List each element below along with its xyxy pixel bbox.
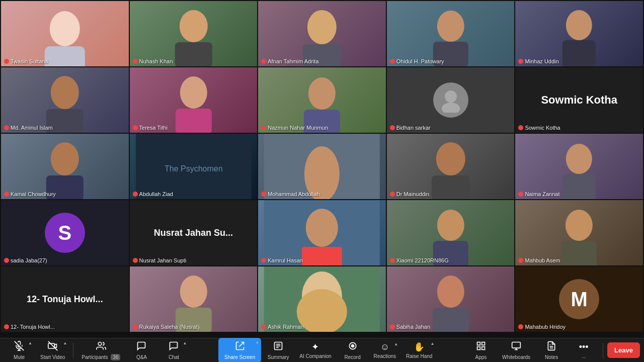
svg-point-12 (180, 76, 207, 109)
ai-companion-button[interactable]: ✦ AI Companion (295, 339, 335, 361)
apps-label: Apps (475, 354, 487, 360)
mic-muted-icon-7 (133, 125, 138, 130)
mic-muted-icon-23 (261, 324, 266, 329)
svg-rect-3 (175, 42, 212, 66)
participants-icon (96, 341, 106, 353)
mute-chevron[interactable]: ▲ (28, 341, 32, 345)
video-grid: Twasin Sultana Nuhash Khan Afnan Tahmim … (0, 0, 644, 338)
participant-cell-25: M Mahabub Hridoy (515, 266, 643, 332)
mic-muted-icon-24 (390, 324, 395, 329)
participant-name-6: Md. Aminul Islam (4, 125, 53, 131)
mute-label: Mute (14, 354, 25, 360)
raise-hand-icon: ✋ (414, 341, 425, 352)
apps-icon (476, 341, 486, 353)
participant-cell-18: Kamrul Hasan (258, 200, 386, 265)
mic-muted-icon-11 (4, 192, 9, 197)
participant-name-23: Ashik Rahman (261, 324, 304, 330)
raise-hand-button[interactable]: ▲ ✋ Raise Hand (402, 339, 436, 361)
svg-point-29 (306, 209, 338, 247)
mic-muted-icon-3 (261, 59, 266, 64)
participant-name-11: Kamal Chowdhury (4, 191, 56, 197)
participant-cell-1: Twasin Sultana (1, 1, 129, 66)
participant-cell-7: Teresa Tithi (130, 67, 258, 133)
svg-rect-57 (482, 346, 485, 349)
svg-point-6 (437, 11, 464, 42)
svg-point-2 (179, 10, 207, 42)
mic-muted-icon-19 (390, 258, 395, 263)
svg-point-17 (442, 103, 460, 113)
reactions-chevron[interactable]: ▲ (394, 342, 398, 346)
svg-point-8 (566, 10, 592, 40)
participant-name-10: Sowmic Kotha (518, 125, 560, 131)
svg-rect-27 (562, 174, 596, 199)
video-chevron[interactable]: ▲ (63, 341, 67, 345)
more-button[interactable]: ••• ... (569, 340, 599, 361)
participant-cell-8: Nazmun Nahar Munmun (258, 67, 386, 133)
record-button[interactable]: Record (338, 339, 368, 362)
chat-chevron[interactable]: ▲ (183, 341, 187, 345)
participant-cell-2: Nuhash Khan (130, 1, 258, 66)
share-icon (235, 341, 245, 353)
mic-muted-icon-5 (518, 59, 523, 64)
participant-name-21: 12- Tonuja Howl... (4, 324, 55, 330)
record-icon (348, 341, 358, 353)
divider-1 (73, 343, 73, 358)
more-icon: ••• (579, 342, 589, 352)
apps-button[interactable]: Apps (466, 339, 496, 362)
participant-name-8: Nazmun Nahar Munmun (261, 125, 328, 131)
svg-rect-25 (432, 175, 470, 199)
leave-button[interactable]: Leave (607, 342, 640, 358)
participant-name-22: Rukaiya Saleha (Nusrat) (133, 324, 200, 330)
toolbar-left: ▲ Mute ▲ Start (4, 339, 189, 362)
svg-point-14 (308, 77, 336, 110)
participant-name-24: Sabiha Jahan (390, 324, 430, 330)
toolbar: ▲ Mute ▲ Start (0, 338, 644, 362)
svg-rect-34 (561, 241, 597, 265)
reactions-icon: ☺ (380, 342, 389, 352)
svg-rect-13 (175, 109, 211, 133)
mic-muted-icon-10 (518, 125, 523, 130)
raise-hand-chevron[interactable]: ▲ (430, 341, 434, 346)
svg-rect-55 (482, 342, 485, 345)
participants-button[interactable]: Participants 36 (77, 339, 124, 362)
video-button[interactable]: ▲ Start Video (36, 339, 69, 362)
mic-muted-icon-1 (4, 59, 9, 64)
notes-button[interactable]: Notes (536, 339, 567, 362)
chat-icon (169, 341, 179, 353)
chat-button[interactable]: ▲ Chat (158, 339, 189, 362)
whiteboards-button[interactable]: Whiteboards (498, 339, 534, 362)
svg-rect-30 (302, 247, 342, 265)
mic-muted-icon-21 (4, 324, 9, 329)
svg-point-35 (180, 276, 207, 308)
svg-point-16 (445, 90, 457, 103)
participant-cell-6: Md. Aminul Islam (1, 67, 129, 133)
name-display-21: 12- Tonuja Howl... (22, 289, 108, 310)
reactions-button[interactable]: ▲ ☺ Reactions (370, 340, 400, 361)
participant-cell-3: Afnan Tahmim Adrita (258, 1, 386, 66)
participant-cell-14: Dr Mainuddin (387, 134, 515, 199)
mute-button[interactable]: ▲ Mute (4, 339, 34, 362)
participant-cell-13: Mohammad Abdullah (258, 134, 386, 199)
svg-point-26 (566, 144, 592, 174)
participant-name-1: Twasin Sultana (4, 58, 48, 64)
svg-line-45 (48, 341, 57, 350)
svg-rect-9 (562, 40, 596, 66)
summary-icon (273, 341, 283, 353)
summary-button[interactable]: Summary (263, 339, 293, 362)
qa-button[interactable]: Q&A (126, 339, 156, 362)
participant-name-20: Mahbub Asem (518, 257, 560, 263)
video-label: Start Video (40, 354, 65, 360)
svg-point-31 (437, 210, 464, 241)
notes-icon (546, 341, 556, 353)
divider-2 (603, 343, 603, 358)
share-chevron[interactable]: ▲ (255, 340, 259, 344)
participant-name-15: Naima Zannat (518, 191, 559, 197)
mic-muted-icon-15 (518, 192, 523, 197)
share-screen-button[interactable]: ▲ Share Screen (218, 338, 261, 363)
participant-name-17: Nusrat Jahan Supti (133, 257, 187, 263)
participants-label: Participants 36 (82, 354, 120, 360)
participant-name-19: Xiaomi 22120RN86G (390, 257, 449, 263)
svg-text:The Psychomen: The Psychomen (165, 164, 223, 173)
mic-muted-icon-17 (133, 258, 138, 263)
participant-name-9: Bidhan sarkar (390, 125, 431, 131)
